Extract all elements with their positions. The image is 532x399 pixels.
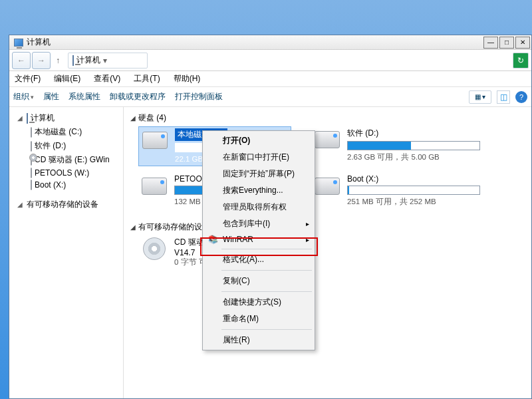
hdd-icon [313, 128, 342, 152]
separator [221, 329, 312, 330]
disk-icon [31, 180, 32, 190]
separator [221, 249, 312, 249]
disk-icon [31, 128, 32, 137]
drive-grid: 本地磁盘 (C:) 22.1 GB 可 软件 (D:) 2.63 GB 可用，共… [138, 126, 525, 208]
menu-file[interactable]: 文件(F) [12, 72, 43, 86]
ctx-pin-start[interactable]: 固定到“开始”屏幕(P) [204, 166, 313, 182]
tree-drive-x[interactable]: Boot (X:) [11, 179, 122, 191]
tree-drive-c[interactable]: 本地磁盘 (C:) [11, 125, 122, 139]
hdd-icon [140, 128, 170, 152]
close-button[interactable]: ✕ [515, 37, 530, 49]
forward-button[interactable]: → [32, 52, 51, 69]
breadcrumb-dropdown-icon[interactable]: ▾ [103, 56, 107, 65]
usage-bar [347, 186, 480, 195]
cd-icon [31, 156, 32, 165]
drive-stat: 251 MB 可用，共 252 MB [347, 197, 483, 207]
toolbar-right: ▦ ▾ ◫ ? [469, 90, 527, 104]
properties-button[interactable]: 属性 [43, 91, 59, 102]
tree-label: 软件 (D:) [35, 140, 66, 152]
ctx-create-shortcut[interactable]: 创建快捷方式(S) [204, 294, 313, 311]
tree-drive-d[interactable]: 软件 (D:) [11, 139, 122, 153]
removable-grid: CD 驱动器 V14.7 0 字节 可 [138, 235, 525, 269]
organize-label: 组织 [13, 91, 29, 102]
context-menu: 打开(O) 在新窗口中打开(E) 固定到“开始”屏幕(P) 搜索Everythi… [202, 130, 315, 350]
hdd-icon [140, 174, 169, 198]
tree-computer[interactable]: ◢ 计算机 [11, 111, 122, 125]
breadcrumb[interactable]: 计算机 ▾ [68, 53, 148, 68]
group-header-removable[interactable]: ◢ 有可移动存储的设备 [130, 219, 525, 235]
tree-removable-label: 有可移动存储的设备 [27, 199, 98, 210]
ctx-admin-ownership[interactable]: 管理员取得所有权 [204, 199, 313, 215]
back-button[interactable]: ← [12, 52, 31, 69]
computer-icon [27, 114, 28, 123]
organize-button[interactable]: 组织 ▾ [13, 91, 34, 102]
ctx-open-new-window[interactable]: 在新窗口中打开(E) [204, 149, 313, 166]
command-bar: 组织 ▾ 属性 系统属性 卸载或更改程序 打开控制面板 ▦ ▾ ◫ ? [9, 87, 531, 107]
ctx-search-everything[interactable]: 搜索Everything... [204, 182, 313, 199]
hdd-icon [313, 174, 342, 198]
system-properties-button[interactable]: 系统属性 [68, 91, 100, 102]
ctx-include-library[interactable]: 包含到库中(I)▸ [204, 215, 313, 232]
tree-drive-e[interactable]: CD 驱动器 (E:) GWin [11, 153, 122, 167]
view-options-button[interactable]: ▦ ▾ [469, 90, 491, 104]
winrar-icon: 📚 [207, 235, 219, 244]
refresh-button[interactable]: ↻ [513, 53, 529, 68]
cd-icon [140, 237, 169, 261]
expand-arrow-icon[interactable]: ◢ [17, 201, 24, 208]
ctx-copy[interactable]: 复制(C) [204, 273, 313, 289]
window-buttons: — □ ✕ [482, 37, 530, 49]
drive-label: 软件 (D:) [347, 128, 378, 139]
submenu-arrow-icon: ▸ [306, 236, 309, 243]
drive-label: Boot (X:) [347, 174, 378, 184]
nav-bar: ← → ↑ 计算机 ▾ ↻ [9, 50, 531, 71]
titlebar[interactable]: 计算机 — □ ✕ [9, 35, 531, 50]
organize-arrow-icon: ▾ [31, 94, 34, 100]
disk-icon [31, 142, 32, 151]
control-panel-button[interactable]: 打开控制面板 [175, 91, 223, 102]
drive-d[interactable]: 软件 (D:) 2.63 GB 可用，共 5.00 GB [311, 126, 484, 166]
ctx-winrar[interactable]: 📚WinRAR▸ [204, 232, 313, 247]
computer-icon [13, 37, 24, 48]
ctx-format[interactable]: 格式化(A)... [204, 251, 313, 268]
explorer-window: 计算机 — □ ✕ ← → ↑ 计算机 ▾ ↻ 文件(F) 编辑(E) 查看(V… [9, 35, 532, 399]
tree-drive-w[interactable]: PETOOLS (W:) [11, 167, 122, 179]
drive-stat: 2.63 GB 可用，共 5.00 GB [347, 152, 483, 162]
tree-label: PETOOLS (W:) [35, 168, 89, 178]
tree-label: Boot (X:) [35, 180, 66, 190]
group-title: 硬盘 (4) [138, 112, 166, 124]
minimize-button[interactable]: — [483, 37, 498, 49]
drive-x[interactable]: Boot (X:) 251 MB 可用，共 252 MB [311, 173, 484, 208]
disk-icon [31, 168, 32, 178]
separator [221, 291, 312, 292]
separator [221, 270, 312, 271]
menu-bar: 文件(F) 编辑(E) 查看(V) 工具(T) 帮助(H) [9, 71, 531, 87]
ctx-rename[interactable]: 重命名(M) [204, 311, 313, 327]
computer-icon [72, 56, 74, 65]
uninstall-button[interactable]: 卸载或更改程序 [110, 91, 166, 102]
nav-pane: ◢ 计算机 本地磁盘 (C:) 软件 (D:) CD 驱动器 (E:) GWin… [9, 107, 124, 398]
group-header-hdd[interactable]: ◢ 硬盘 (4) [130, 110, 525, 126]
ctx-properties[interactable]: 属性(R) [204, 332, 313, 348]
usage-bar [347, 141, 480, 150]
ctx-open[interactable]: 打开(O) [204, 132, 313, 149]
submenu-arrow-icon: ▸ [306, 220, 309, 227]
collapse-arrow-icon[interactable]: ◢ [130, 223, 136, 231]
expand-arrow-icon[interactable]: ◢ [17, 114, 24, 122]
maximize-button[interactable]: □ [499, 37, 514, 49]
menu-edit[interactable]: 编辑(E) [51, 72, 83, 86]
up-arrow-icon[interactable]: ↑ [56, 56, 60, 65]
preview-pane-button[interactable]: ◫ [497, 90, 510, 104]
window-title: 计算机 [27, 37, 482, 48]
tree-removable-group[interactable]: ◢ 有可移动存储的设备 [11, 198, 122, 211]
group-title: 有可移动存储的设备 [138, 221, 210, 233]
menu-tools[interactable]: 工具(T) [131, 72, 162, 86]
tree-label: 本地磁盘 (C:) [35, 126, 82, 138]
menu-help[interactable]: 帮助(H) [171, 72, 203, 86]
tree-label: CD 驱动器 (E:) GWin [35, 154, 110, 166]
menu-view[interactable]: 查看(V) [91, 72, 123, 86]
explorer-body: ◢ 计算机 本地磁盘 (C:) 软件 (D:) CD 驱动器 (E:) GWin… [9, 107, 531, 398]
content-pane: ◢ 硬盘 (4) 本地磁盘 (C:) 22.1 GB 可 软件 (D:) [124, 107, 531, 398]
collapse-arrow-icon[interactable]: ◢ [130, 114, 136, 122]
help-button[interactable]: ? [515, 91, 527, 103]
